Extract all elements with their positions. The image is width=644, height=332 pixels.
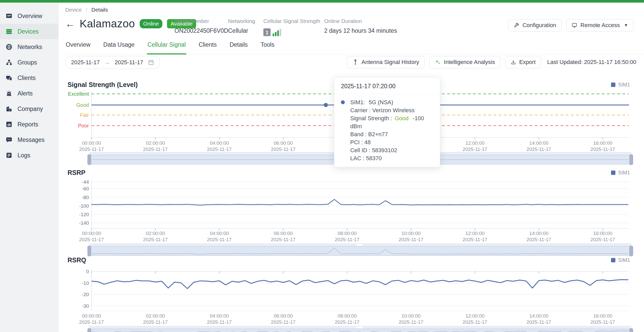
back-arrow-icon[interactable]: ← — [65, 19, 75, 29]
svg-text:2025-11-17: 2025-11-17 — [526, 319, 551, 325]
sidebar-item-label: Reports — [18, 121, 38, 128]
device-details-page: Overview Devices Networks Groups Clients… — [0, 0, 644, 332]
tab-details[interactable]: Details — [229, 39, 248, 54]
tab-tools[interactable]: Tools — [260, 39, 275, 54]
tooltip-value: 58393102 — [372, 147, 397, 153]
tab-clients[interactable]: Clients — [198, 39, 217, 54]
date-range-picker[interactable]: 2025-11-17 → 2025-11-17 — [65, 56, 160, 69]
intelligence-analysis-label: Intelligence Analysis — [444, 59, 495, 66]
tab-data-usage[interactable]: Data Usage — [103, 39, 135, 54]
svg-text:2025-11-17: 2025-11-17 — [335, 319, 359, 325]
tooltip-value: 48 — [364, 139, 371, 145]
legend-sim1[interactable]: SIM1 — [611, 170, 630, 176]
svg-text:-10: -10 — [82, 280, 89, 286]
svg-text:16:00:00: 16:00:00 — [593, 231, 612, 236]
configuration-label: Configuration — [522, 22, 556, 29]
sidebar-item-overview[interactable]: Overview — [0, 8, 58, 24]
export-button[interactable]: Export — [505, 56, 541, 68]
svg-text:06:00:00: 06:00:00 — [274, 140, 293, 146]
legend-swatch — [611, 83, 615, 87]
sidebar-item-devices[interactable]: Devices — [0, 24, 58, 39]
date-from[interactable]: 2025-11-17 — [71, 59, 100, 66]
sidebar-item-label: Alerts — [18, 90, 33, 97]
last-updated-text: Last Updated: 2025-11-17 16:50:00 — [547, 59, 636, 66]
svg-text:02:00:00: 02:00:00 — [146, 140, 165, 146]
tooltip-row-sim: SIM1: 5G (NSA) — [341, 98, 433, 106]
info-value: Cellular — [228, 27, 255, 34]
sidebar-item-label: Groups — [18, 59, 37, 66]
info-value: 2 days 12 hours 34 minutes — [324, 27, 397, 34]
wrench-icon — [514, 22, 519, 28]
breadcrumb: Device / Details — [65, 7, 108, 13]
reports-icon — [6, 121, 12, 128]
sidebar-item-messages[interactable]: Messages — [0, 132, 58, 148]
info-label: Serial Number — [174, 18, 228, 24]
svg-text:2025-11-17: 2025-11-17 — [590, 147, 615, 152]
info-online-duration: Online Duration 2 days 12 hours 34 minut… — [324, 18, 397, 34]
svg-text:16:00:00: 16:00:00 — [593, 313, 612, 319]
tooltip-network: 5G (NSA) — [369, 98, 393, 106]
tab-cellular-signal[interactable]: Cellular Signal — [147, 39, 186, 54]
tooltip-label: Signal Strength : — [350, 115, 392, 122]
svg-text:2025-11-17: 2025-11-17 — [526, 237, 551, 242]
breadcrumb-device[interactable]: Device — [65, 7, 82, 13]
top-accent-bar — [0, 0, 644, 3]
rsrp-chart[interactable]: -44-60-80-100-120-14000:00:002025-11-170… — [58, 177, 644, 257]
date-to[interactable]: 2025-11-17 — [115, 59, 143, 66]
toolbar-right: Antenna Signal History Intelligence Anal… — [347, 56, 636, 68]
info-label: Online Duration — [324, 18, 397, 24]
tooltip-row-cell-id: Cell ID : 58393102 — [341, 146, 433, 154]
svg-text:00:00:00: 00:00:00 — [82, 231, 101, 236]
tooltip-quality: Good — [395, 115, 409, 122]
tooltip-label: PCI : — [350, 139, 363, 145]
svg-text:10:00:00: 10:00:00 — [402, 231, 421, 236]
sidebar-item-alerts[interactable]: Alerts — [0, 86, 58, 101]
svg-text:Poor: Poor — [78, 123, 89, 128]
messages-icon — [6, 136, 12, 143]
svg-text:06:00:00: 06:00:00 — [274, 231, 293, 236]
status-badge-online: Online — [140, 19, 163, 28]
tooltip-value: B2+n77 — [368, 131, 388, 137]
tooltip-value: 58370 — [366, 155, 382, 161]
rsrq-chart[interactable]: 0-10-20-3000:00:002025-11-1702:00:002025… — [58, 268, 644, 332]
svg-text:Excellent: Excellent — [68, 91, 89, 97]
sidebar-item-networks[interactable]: Networks — [0, 39, 58, 55]
svg-text:1: 1 — [265, 30, 268, 35]
svg-text:2025-11-17: 2025-11-17 — [335, 237, 359, 242]
sidebar-item-company[interactable]: Company — [0, 101, 58, 117]
tooltip-value: Verizon Wireless — [372, 107, 415, 114]
tab-overview[interactable]: Overview — [65, 39, 91, 54]
svg-text:2025-11-17: 2025-11-17 — [271, 319, 296, 325]
rsrq-chart-header: RSRQ SIM1 — [68, 256, 630, 264]
info-networking: Networking Cellular — [228, 18, 255, 34]
svg-text:2025-11-17: 2025-11-17 — [590, 237, 615, 242]
sidebar-item-label: Networks — [18, 44, 42, 51]
configuration-button[interactable]: Configuration — [508, 19, 562, 31]
svg-text:Fair: Fair — [80, 112, 89, 118]
svg-text:0: 0 — [86, 269, 89, 274]
svg-text:14:00:00: 14:00:00 — [529, 313, 548, 319]
info-cellular-signal-strength: Cellular Signal Strength 1 — [263, 18, 320, 38]
svg-text:12:00:00: 12:00:00 — [465, 140, 484, 146]
groups-icon — [6, 59, 12, 66]
intelligence-analysis-button[interactable]: Intelligence Analysis — [429, 56, 500, 68]
sidebar-item-logs[interactable]: Logs — [0, 148, 58, 163]
breadcrumb-details: Details — [91, 7, 108, 13]
remote-access-button[interactable]: Remote Access ▼ — [566, 19, 633, 31]
overview-icon — [6, 13, 12, 19]
info-value: ON20022450F6V0D — [174, 27, 228, 34]
sidebar-item-label: Company — [18, 106, 43, 112]
svg-text:-20: -20 — [82, 292, 89, 297]
sidebar-item-reports[interactable]: Reports — [0, 117, 58, 132]
sidebar-item-clients[interactable]: Clients — [0, 70, 58, 86]
info-label: Cellular Signal Strength — [263, 18, 320, 24]
tooltip-label: Carrier : — [350, 107, 371, 114]
svg-text:04:00:00: 04:00:00 — [210, 231, 229, 236]
tooltip-label: Cell ID : — [350, 147, 370, 153]
caret-down-icon: ▼ — [624, 23, 628, 28]
legend-swatch — [611, 171, 615, 175]
legend-sim1[interactable]: SIM1 — [611, 257, 630, 263]
legend-sim1[interactable]: SIM1 — [611, 82, 630, 88]
sidebar-item-groups[interactable]: Groups — [0, 55, 58, 70]
antenna-signal-history-button[interactable]: Antenna Signal History — [347, 56, 425, 68]
